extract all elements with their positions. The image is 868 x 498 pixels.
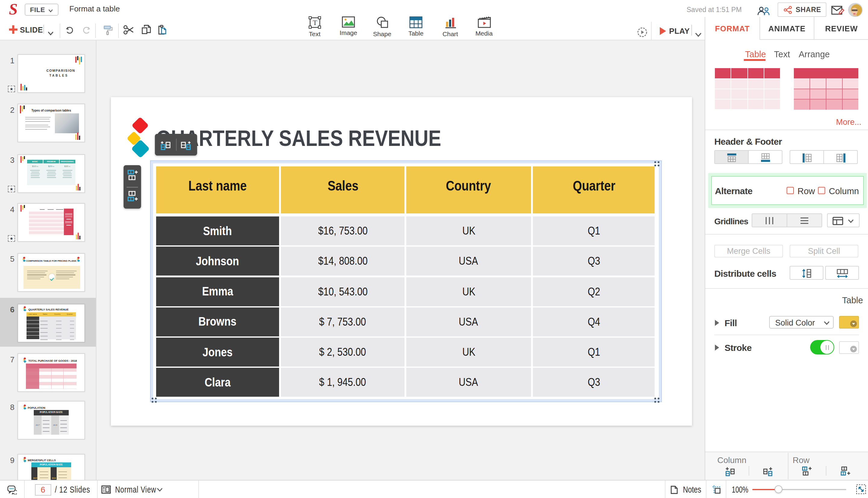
svg-text:T: T [312, 19, 317, 27]
